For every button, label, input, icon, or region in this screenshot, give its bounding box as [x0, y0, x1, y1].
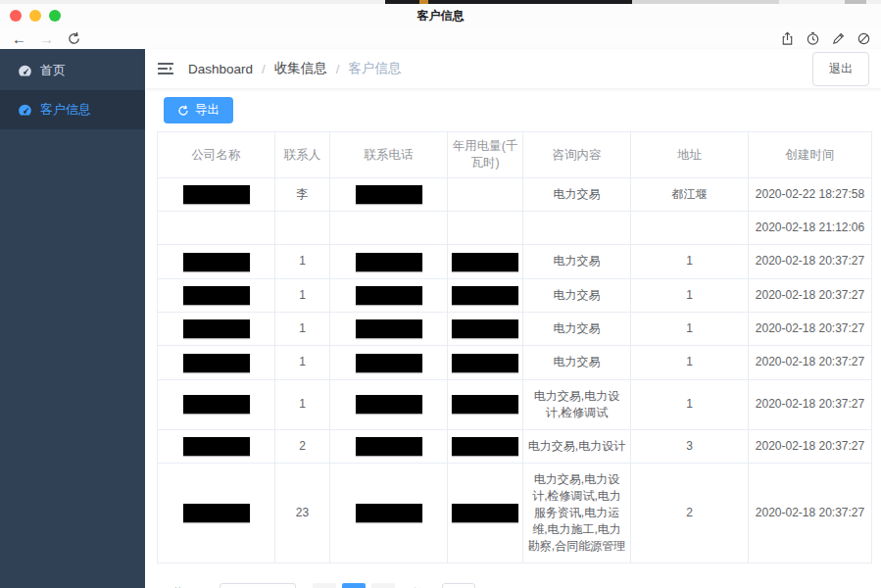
- breadcrumb-current: 客户信息: [349, 60, 402, 77]
- redacted-bar: [183, 437, 250, 456]
- redacted-bar: [452, 395, 518, 414]
- cell-phone: [330, 429, 448, 463]
- page-number-current[interactable]: 1: [342, 583, 366, 588]
- table-row: 李电力交易都江堰2020-02-22 18:27:58: [158, 178, 872, 212]
- redacted-bar: [183, 319, 250, 338]
- cell-phone: [330, 245, 448, 278]
- redacted-bar: [356, 319, 422, 338]
- redacted-bar: [183, 354, 250, 372]
- column-header-phone: 联系电话: [330, 132, 448, 178]
- goto-page-input[interactable]: [442, 583, 475, 588]
- cell-contact: 1: [275, 346, 330, 379]
- sidebar-item-customer-info[interactable]: 客户信息: [0, 90, 145, 129]
- cell-created: 2020-02-18 20:37:27: [749, 312, 872, 345]
- cell-created: 2020-02-18 20:37:27: [749, 245, 872, 278]
- cell-phone: [330, 212, 448, 245]
- column-header-created: 创建时间: [749, 132, 872, 178]
- cell-address: 1: [631, 245, 749, 278]
- export-button-label: 导出: [195, 102, 220, 119]
- blocked-icon[interactable]: [857, 31, 871, 46]
- cell-content: 电力交易,电力设计,检修调试,电力服务资讯,电力运维,电力施工,电力勘察,合同能…: [523, 463, 631, 563]
- redacted-bar: [183, 253, 250, 271]
- refresh-icon[interactable]: [67, 31, 81, 46]
- logout-button[interactable]: 退出: [812, 52, 869, 86]
- redacted-bar: [356, 437, 422, 456]
- redacted-bar: [356, 253, 422, 271]
- customer-table: 公司名称联系人联系电话年用电量(千瓦时)咨询内容地址创建时间 李电力交易都江堰2…: [157, 131, 872, 564]
- cell-company: [158, 346, 275, 379]
- table-row: 2020-02-18 21:12:06: [158, 212, 872, 245]
- cell-energy: [448, 463, 523, 563]
- cell-created: 2020-02-18 20:37:27: [749, 346, 872, 379]
- cell-energy: [448, 278, 523, 312]
- breadcrumb: Dashboard / 收集信息 / 客户信息: [188, 60, 402, 77]
- redacted-bar: [452, 253, 518, 271]
- cell-content: 电力交易,电力设计,检修调试: [523, 379, 631, 429]
- cell-address: 都江堰: [631, 178, 749, 212]
- table-row: 23电力交易,电力设计,检修调试,电力服务资讯,电力运维,电力施工,电力勘察,合…: [158, 463, 872, 563]
- sidebar-item-label: 客户信息: [40, 101, 91, 119]
- table-row: 1电力交易12020-02-18 20:37:27: [158, 312, 872, 345]
- sidebar-item-label: 首页: [40, 62, 66, 79]
- cell-content: 电力交易,电力设计: [523, 429, 631, 463]
- cell-energy: [448, 212, 523, 245]
- dashboard-icon: [18, 64, 32, 78]
- export-button[interactable]: 导出: [164, 97, 233, 123]
- cell-phone: [330, 278, 448, 312]
- breadcrumb-collect-info[interactable]: 收集信息: [274, 60, 327, 77]
- clock-icon[interactable]: [806, 31, 820, 46]
- sidebar-item-home[interactable]: 首页: [0, 51, 145, 90]
- cell-address: [631, 212, 749, 245]
- column-header-address: 地址: [631, 132, 749, 178]
- cell-contact: 1: [275, 312, 330, 345]
- table-header-row: 公司名称联系人联系电话年用电量(千瓦时)咨询内容地址创建时间: [158, 132, 872, 178]
- sidebar: 首页 客户信息: [0, 49, 145, 588]
- cell-address: 3: [631, 429, 749, 463]
- cell-address: 1: [631, 346, 749, 379]
- breadcrumb-dashboard[interactable]: Dashboard: [188, 62, 253, 76]
- pagination: 共 9 条 20条/页 1: [171, 583, 871, 588]
- cell-company: [158, 463, 275, 563]
- next-page-button[interactable]: [371, 583, 395, 588]
- prev-page-button[interactable]: [313, 583, 336, 588]
- cell-company: [158, 379, 275, 429]
- redacted-bar: [452, 319, 518, 338]
- cell-content: 电力交易: [523, 312, 631, 345]
- cell-energy: [448, 379, 523, 429]
- forward-icon[interactable]: →: [39, 31, 54, 46]
- pencil-icon[interactable]: [831, 31, 846, 46]
- back-icon[interactable]: ←: [12, 31, 26, 46]
- cell-address: 1: [631, 379, 749, 429]
- cell-content: 电力交易: [523, 178, 631, 212]
- page-size-select[interactable]: 20条/页: [220, 583, 296, 588]
- column-header-company: 公司名称: [158, 132, 275, 178]
- cell-phone: [330, 312, 448, 345]
- cell-energy: [448, 245, 523, 278]
- cell-phone: [330, 178, 448, 212]
- cell-contact: 23: [275, 463, 330, 563]
- redacted-bar: [183, 504, 250, 522]
- redacted-bar: [183, 185, 250, 204]
- table-row: 1电力交易12020-02-18 20:37:27: [158, 245, 872, 278]
- cell-content: [523, 212, 631, 245]
- content-area: 导出 公司名称联系人联系电话年用电量(千瓦时)咨询内容地址创建时间 李电力交易都…: [145, 88, 881, 588]
- cell-energy: [448, 312, 523, 345]
- share-icon[interactable]: [780, 31, 795, 46]
- cell-energy: [448, 429, 523, 463]
- cell-phone: [330, 379, 448, 429]
- cell-company: [158, 278, 275, 312]
- redacted-bar: [452, 504, 518, 522]
- cell-content: 电力交易: [523, 346, 631, 379]
- redacted-bar: [356, 395, 422, 414]
- cell-company: [158, 212, 275, 245]
- column-header-content: 咨询内容: [523, 132, 631, 178]
- cell-created: 2020-02-18 20:37:27: [749, 429, 872, 463]
- cell-content: 电力交易: [523, 278, 631, 312]
- cell-address: 1: [631, 312, 749, 345]
- cell-address: 1: [631, 278, 749, 312]
- window-title: 客户信息: [0, 8, 881, 24]
- cell-energy: [448, 178, 523, 212]
- redacted-bar: [452, 437, 518, 456]
- sidebar-toggle-icon[interactable]: [157, 60, 174, 77]
- table-row: 1电力交易12020-02-18 20:37:27: [158, 278, 872, 312]
